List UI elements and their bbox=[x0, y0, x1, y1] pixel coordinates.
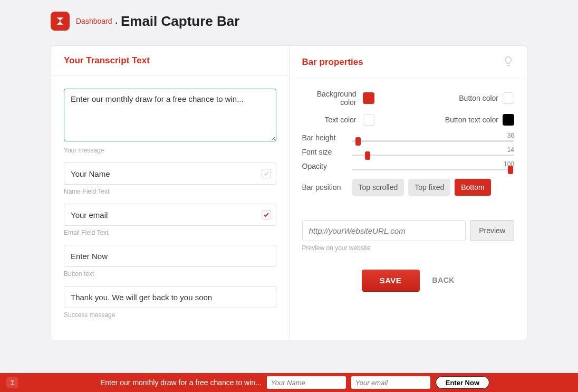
position-bottom[interactable]: Bottom bbox=[455, 179, 490, 196]
email-field-input[interactable] bbox=[64, 204, 276, 226]
button-color-swatch[interactable] bbox=[503, 92, 514, 104]
email-capture-bar: Enter our monthly draw for a free chance… bbox=[0, 373, 578, 392]
name-field-checkbox[interactable] bbox=[262, 169, 271, 178]
bar-logo-icon bbox=[6, 377, 18, 388]
position-top-fixed[interactable]: Top fixed bbox=[408, 179, 450, 196]
bar-height-slider[interactable] bbox=[352, 140, 515, 142]
opacity-thumb[interactable] bbox=[508, 166, 513, 174]
bar-height-value: 36 bbox=[507, 132, 514, 139]
background-color-label: Background color bbox=[302, 90, 363, 107]
bar-height-label: Bar height bbox=[302, 133, 352, 142]
bar-message: Enter our monthly draw for a free chance… bbox=[100, 378, 262, 387]
back-link[interactable]: BACK bbox=[432, 276, 455, 284]
opacity-label: Opacity bbox=[302, 162, 352, 170]
transcript-panel: Your Transcript Text Enter our monthly d… bbox=[51, 45, 290, 340]
text-color-swatch[interactable] bbox=[363, 114, 374, 126]
bar-name-input[interactable] bbox=[267, 376, 346, 389]
font-size-slider[interactable] bbox=[352, 155, 515, 156]
button-text-input[interactable] bbox=[64, 245, 276, 267]
font-size-value: 14 bbox=[507, 146, 514, 154]
email-field-label: Email Field Text bbox=[64, 229, 276, 236]
bar-position-label: Bar position bbox=[302, 183, 352, 192]
message-label: Your message bbox=[64, 147, 276, 154]
text-color-label: Text color bbox=[302, 116, 363, 124]
bar-position-buttons: Top scrolled Top fixed Bottom bbox=[352, 179, 491, 196]
button-text-color-label: Button text color bbox=[374, 116, 503, 124]
name-field-input[interactable] bbox=[64, 162, 276, 185]
bar-email-input[interactable] bbox=[351, 376, 430, 389]
breadcrumb-separator: . bbox=[115, 16, 118, 26]
position-top-scrolled[interactable]: Top scrolled bbox=[352, 179, 404, 196]
opacity-slider[interactable] bbox=[352, 169, 515, 170]
bar-height-thumb[interactable] bbox=[355, 137, 361, 146]
button-text-label: Button text bbox=[64, 270, 276, 278]
message-textarea[interactable]: Enter our monthly draw for a free chance… bbox=[64, 89, 276, 141]
success-message-input[interactable] bbox=[64, 286, 276, 308]
preview-button[interactable]: Preview bbox=[470, 220, 514, 241]
preview-url-input[interactable] bbox=[302, 220, 466, 241]
page-title: Email Capture Bar bbox=[121, 13, 239, 30]
lightbulb-icon[interactable] bbox=[503, 55, 514, 69]
bar-submit-button[interactable]: Enter Now bbox=[436, 376, 489, 389]
transcript-panel-title: Your Transcript Text bbox=[64, 55, 150, 66]
success-message-label: Success message bbox=[64, 311, 276, 319]
button-color-label: Button color bbox=[374, 94, 503, 102]
name-field-label: Name Field Text bbox=[64, 188, 276, 195]
email-field-checkbox[interactable] bbox=[262, 210, 271, 219]
font-size-label: Font size bbox=[302, 148, 352, 156]
properties-panel-title: Bar properties bbox=[302, 57, 363, 68]
app-logo bbox=[51, 12, 70, 31]
breadcrumb-dashboard[interactable]: Dashboard bbox=[76, 17, 112, 25]
background-color-swatch[interactable] bbox=[363, 92, 374, 104]
preview-caption: Preview on your website bbox=[302, 244, 515, 252]
save-button[interactable]: SAVE bbox=[362, 270, 420, 291]
font-size-thumb[interactable] bbox=[365, 151, 370, 160]
button-text-color-swatch[interactable] bbox=[503, 114, 514, 126]
properties-panel: Bar properties Background color Button c… bbox=[290, 45, 528, 340]
